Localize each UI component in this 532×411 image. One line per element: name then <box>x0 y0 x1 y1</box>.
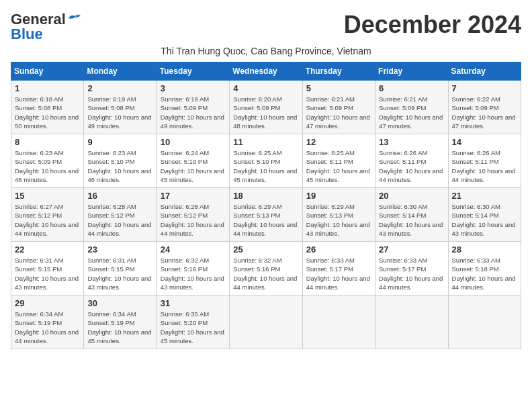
day-number: 2 <box>87 83 152 93</box>
calendar-cell: 10Sunrise: 6:24 AMSunset: 5:10 PMDayligh… <box>157 134 229 188</box>
day-info: Sunrise: 6:21 AMSunset: 5:09 PMDaylight:… <box>379 95 444 130</box>
day-number: 24 <box>161 244 226 255</box>
day-info: Sunrise: 6:25 AMSunset: 5:11 PMDaylight:… <box>306 148 371 184</box>
calendar-cell <box>448 295 521 349</box>
calendar-cell: 21Sunrise: 6:30 AMSunset: 5:14 PMDayligh… <box>448 188 521 242</box>
day-info: Sunrise: 6:19 AMSunset: 5:08 PMDaylight:… <box>87 95 152 130</box>
day-number: 8 <box>15 137 80 147</box>
day-info: Sunrise: 6:29 AMSunset: 5:13 PMDaylight:… <box>306 202 371 238</box>
day-info: Sunrise: 6:26 AMSunset: 5:11 PMDaylight:… <box>379 148 444 184</box>
day-number: 7 <box>452 83 517 93</box>
calendar-cell: 20Sunrise: 6:30 AMSunset: 5:14 PMDayligh… <box>375 188 448 242</box>
weekday-header-wednesday: Wednesday <box>230 62 302 81</box>
day-number: 23 <box>87 244 152 255</box>
calendar-cell: 14Sunrise: 6:26 AMSunset: 5:11 PMDayligh… <box>448 134 521 188</box>
day-number: 1 <box>15 83 80 93</box>
day-number: 29 <box>15 298 80 308</box>
day-info: Sunrise: 6:35 AMSunset: 5:20 PMDaylight:… <box>161 310 226 345</box>
calendar-header: SundayMondayTuesdayWednesdayThursdayFrid… <box>11 62 521 81</box>
day-number: 12 <box>306 137 371 147</box>
day-info: Sunrise: 6:24 AMSunset: 5:10 PMDaylight:… <box>161 148 226 184</box>
day-number: 10 <box>161 137 226 147</box>
month-title-container: December 2024 <box>344 11 521 39</box>
day-number: 22 <box>15 244 80 255</box>
calendar-cell: 24Sunrise: 6:32 AMSunset: 5:16 PMDayligh… <box>157 242 229 295</box>
day-info: Sunrise: 6:31 AMSunset: 5:15 PMDaylight:… <box>15 256 80 291</box>
day-info: Sunrise: 6:27 AMSunset: 5:12 PMDaylight:… <box>15 202 80 238</box>
calendar-cell: 18Sunrise: 6:29 AMSunset: 5:13 PMDayligh… <box>230 188 302 242</box>
calendar-cell: 31Sunrise: 6:35 AMSunset: 5:20 PMDayligh… <box>157 295 229 349</box>
weekday-header-saturday: Saturday <box>448 62 521 81</box>
calendar-cell: 11Sunrise: 6:25 AMSunset: 5:10 PMDayligh… <box>230 134 302 188</box>
day-info: Sunrise: 6:31 AMSunset: 5:15 PMDaylight:… <box>87 256 152 291</box>
calendar-cell: 26Sunrise: 6:33 AMSunset: 5:17 PMDayligh… <box>302 242 375 295</box>
calendar-cell: 15Sunrise: 6:27 AMSunset: 5:12 PMDayligh… <box>11 188 84 242</box>
calendar-cell <box>375 295 448 349</box>
day-info: Sunrise: 6:30 AMSunset: 5:14 PMDaylight:… <box>379 202 444 238</box>
day-number: 4 <box>233 83 298 93</box>
calendar-week-5: 29Sunrise: 6:34 AMSunset: 5:19 PMDayligh… <box>11 295 521 349</box>
calendar-cell: 6Sunrise: 6:21 AMSunset: 5:09 PMDaylight… <box>375 81 448 134</box>
weekday-header-friday: Friday <box>375 62 448 81</box>
day-info: Sunrise: 6:34 AMSunset: 5:19 PMDaylight:… <box>15 310 80 345</box>
day-info: Sunrise: 6:33 AMSunset: 5:17 PMDaylight:… <box>306 256 371 291</box>
weekday-header-tuesday: Tuesday <box>157 62 229 81</box>
calendar-cell: 3Sunrise: 6:19 AMSunset: 5:09 PMDaylight… <box>157 81 229 134</box>
calendar-week-3: 15Sunrise: 6:27 AMSunset: 5:12 PMDayligh… <box>11 188 521 242</box>
day-number: 14 <box>452 137 517 147</box>
day-number: 3 <box>161 83 226 93</box>
calendar-cell: 30Sunrise: 6:34 AMSunset: 5:19 PMDayligh… <box>84 295 157 349</box>
day-number: 5 <box>306 83 371 93</box>
calendar-cell: 28Sunrise: 6:33 AMSunset: 5:18 PMDayligh… <box>448 242 521 295</box>
calendar-cell <box>230 295 302 349</box>
day-info: Sunrise: 6:30 AMSunset: 5:14 PMDaylight:… <box>452 202 517 238</box>
calendar-cell: 7Sunrise: 6:22 AMSunset: 5:09 PMDaylight… <box>448 81 521 134</box>
day-number: 30 <box>87 298 152 308</box>
day-info: Sunrise: 6:32 AMSunset: 5:16 PMDaylight:… <box>233 256 298 291</box>
calendar-cell: 19Sunrise: 6:29 AMSunset: 5:13 PMDayligh… <box>302 188 375 242</box>
day-info: Sunrise: 6:21 AMSunset: 5:09 PMDaylight:… <box>306 95 371 130</box>
calendar-cell <box>302 295 375 349</box>
header: General Blue December 2024 <box>11 11 521 43</box>
day-info: Sunrise: 6:23 AMSunset: 5:10 PMDaylight:… <box>87 148 152 184</box>
day-number: 16 <box>87 191 152 201</box>
calendar-week-2: 8Sunrise: 6:23 AMSunset: 5:09 PMDaylight… <box>11 134 521 188</box>
calendar-cell: 29Sunrise: 6:34 AMSunset: 5:19 PMDayligh… <box>11 295 84 349</box>
calendar-table: SundayMondayTuesdayWednesdayThursdayFrid… <box>11 62 521 349</box>
month-title: December 2024 <box>344 11 521 39</box>
calendar-cell: 27Sunrise: 6:33 AMSunset: 5:17 PMDayligh… <box>375 242 448 295</box>
day-number: 17 <box>161 191 226 201</box>
day-info: Sunrise: 6:25 AMSunset: 5:10 PMDaylight:… <box>233 148 298 184</box>
day-number: 19 <box>306 191 371 201</box>
day-info: Sunrise: 6:22 AMSunset: 5:09 PMDaylight:… <box>452 95 517 130</box>
calendar-body: 1Sunrise: 6:18 AMSunset: 5:08 PMDaylight… <box>11 81 521 349</box>
day-info: Sunrise: 6:28 AMSunset: 5:12 PMDaylight:… <box>161 202 226 238</box>
calendar-cell: 5Sunrise: 6:21 AMSunset: 5:09 PMDaylight… <box>302 81 375 134</box>
calendar-cell: 2Sunrise: 6:19 AMSunset: 5:08 PMDaylight… <box>84 81 157 134</box>
day-number: 11 <box>233 137 298 147</box>
day-number: 9 <box>87 137 152 147</box>
day-number: 21 <box>452 191 517 201</box>
calendar-cell: 9Sunrise: 6:23 AMSunset: 5:10 PMDaylight… <box>84 134 157 188</box>
calendar-cell: 1Sunrise: 6:18 AMSunset: 5:08 PMDaylight… <box>11 81 84 134</box>
day-number: 18 <box>233 191 298 201</box>
calendar-week-1: 1Sunrise: 6:18 AMSunset: 5:08 PMDaylight… <box>11 81 521 134</box>
weekday-header-monday: Monday <box>84 62 157 81</box>
day-info: Sunrise: 6:23 AMSunset: 5:09 PMDaylight:… <box>15 148 80 184</box>
day-info: Sunrise: 6:18 AMSunset: 5:08 PMDaylight:… <box>15 95 80 130</box>
calendar-cell: 25Sunrise: 6:32 AMSunset: 5:16 PMDayligh… <box>230 242 302 295</box>
day-info: Sunrise: 6:33 AMSunset: 5:18 PMDaylight:… <box>452 256 517 291</box>
calendar-cell: 12Sunrise: 6:25 AMSunset: 5:11 PMDayligh… <box>302 134 375 188</box>
day-number: 25 <box>233 244 298 255</box>
calendar-cell: 23Sunrise: 6:31 AMSunset: 5:15 PMDayligh… <box>84 242 157 295</box>
day-number: 6 <box>379 83 444 93</box>
calendar-cell: 13Sunrise: 6:26 AMSunset: 5:11 PMDayligh… <box>375 134 448 188</box>
day-info: Sunrise: 6:28 AMSunset: 5:12 PMDaylight:… <box>87 202 152 238</box>
weekday-row: SundayMondayTuesdayWednesdayThursdayFrid… <box>11 62 521 81</box>
calendar-cell: 22Sunrise: 6:31 AMSunset: 5:15 PMDayligh… <box>11 242 84 295</box>
calendar-cell: 16Sunrise: 6:28 AMSunset: 5:12 PMDayligh… <box>84 188 157 242</box>
weekday-header-thursday: Thursday <box>302 62 375 81</box>
day-number: 13 <box>379 137 444 147</box>
logo-blue: Blue <box>11 26 43 43</box>
logo: General Blue <box>11 11 82 43</box>
